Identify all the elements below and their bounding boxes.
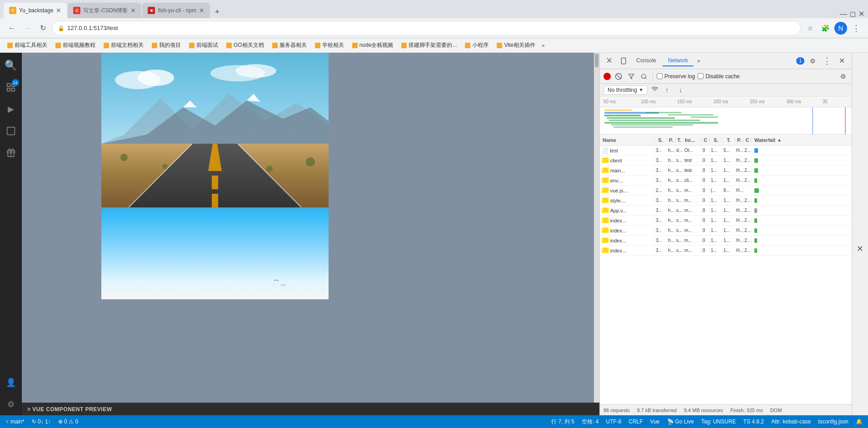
tab-network[interactable]: Network — [663, 55, 693, 66]
bookmark-my-project[interactable]: 我的项目 — [148, 40, 185, 50]
reload-button[interactable]: ↻ — [36, 22, 49, 35]
dom-label: DOM — [770, 408, 782, 413]
new-tab-button[interactable]: + — [211, 5, 224, 18]
maximize-button[interactable]: ◻ — [850, 10, 856, 18]
error-warning-status[interactable]: ⊗ 0 ⚠ 0 — [56, 418, 80, 425]
search-network-button[interactable] — [639, 71, 649, 81]
record-button[interactable] — [604, 73, 611, 80]
table-row[interactable]: JS index... 3... h... s... m... 0 1... 1… — [600, 246, 852, 256]
forward-button[interactable]: → — [21, 22, 34, 35]
back-button[interactable]: ← — [5, 22, 18, 35]
git-branch-status[interactable]: ⑂ main* — [4, 418, 26, 425]
table-row[interactable]: JS main... 3... h... s... test 0 1... 1.… — [600, 166, 852, 176]
tab-close-1[interactable]: ✕ — [56, 7, 61, 14]
bookmark-go-docs[interactable]: GO相关文档 — [223, 40, 268, 50]
ts-version-status[interactable]: TS 4.8.2 — [742, 418, 766, 425]
bookmark-node-full[interactable]: node全栈视频 — [349, 40, 397, 50]
tab-close-2[interactable]: ✕ — [130, 7, 136, 14]
extensions-button[interactable]: 🧩 — [819, 22, 832, 35]
bookmark-star-button[interactable]: ☆ — [803, 22, 816, 35]
search-icon-btn[interactable]: 🔍 — [0, 55, 22, 76]
bookmark-vite-plugins[interactable]: Vite相关插件 — [493, 40, 539, 50]
table-row[interactable]: JS vue.js... 2... h... s... m... 0 (... … — [600, 186, 852, 196]
bookmark-frontend-interview[interactable]: 前端面试 — [185, 40, 222, 50]
url-bar[interactable]: 🔒 127.0.0.1:5173/test — [52, 21, 801, 35]
table-row[interactable]: JS style.... 3... h... s... m... 0 1... … — [600, 196, 852, 206]
spaces-status[interactable]: 空格: 4 — [580, 418, 600, 426]
table-row[interactable]: JS App.v... 3... h... s... m... 0 1... 1… — [600, 206, 852, 216]
menu-button[interactable]: ⋮ — [850, 22, 863, 35]
timeline-header: 50 ms 100 ms 150 ms 200 ms 250 ms 300 ms… — [600, 96, 852, 107]
eol-status[interactable]: CRLF — [627, 418, 644, 425]
attr-status[interactable]: Attr: kebab-case — [769, 418, 813, 425]
bookmark-qianduan-tools[interactable]: 前端工具相关 — [4, 40, 51, 50]
table-row[interactable]: JS index... 3... h... s... m... 0 1... 1… — [600, 236, 852, 246]
page-viewport: > VUE COMPONENT PREVIEW Conso — [22, 53, 868, 415]
debug-icon-btn[interactable] — [0, 120, 22, 142]
bookmark-scaffold[interactable]: 搭建脚手架需要的... — [398, 40, 460, 50]
bookmark-qianduan-video[interactable]: 前端视频教程 — [52, 40, 99, 50]
run-icon-btn[interactable]: ▶ — [0, 98, 22, 120]
bookmark-miniprogram[interactable]: 小程序 — [461, 40, 492, 50]
account-icon-btn[interactable]: 👤 — [0, 372, 22, 393]
main-content-area: 🔍 24 ▶ 👤 ⚙ — [0, 53, 868, 415]
svg-marker-30 — [629, 74, 634, 79]
tab-console[interactable]: Console — [631, 55, 662, 66]
table-row[interactable]: JS index... 3... h... s... m... 0 1... 1… — [600, 216, 852, 226]
svg-point-13 — [235, 64, 276, 78]
profile-button[interactable]: N — [834, 22, 847, 35]
notification-icon[interactable]: 🔔 — [854, 418, 864, 425]
table-row[interactable]: 📄 test 3... h... d... Ot... 0 1... 5... — [600, 146, 852, 156]
settings-icon-btn[interactable]: ⚙ — [0, 393, 22, 415]
extensions-icon-btn[interactable] — [0, 142, 22, 164]
upload-icon[interactable]: ↑ — [662, 85, 672, 95]
bookmark-school[interactable]: 学校相关 — [311, 40, 348, 50]
devtools-more-btn[interactable]: » — [694, 56, 703, 66]
encoding-status[interactable]: UTF-8 — [604, 418, 623, 425]
bookmarks-more[interactable]: » — [540, 42, 547, 49]
devtools-device-icon[interactable] — [617, 55, 630, 67]
preview-scrollbar[interactable] — [594, 53, 599, 403]
table-row[interactable]: JS env.... 3... h... s... cli... 0 1... … — [600, 176, 852, 186]
bookmark-server[interactable]: 服务器相关 — [269, 40, 310, 50]
throttle-select[interactable]: No throttling ▼ — [604, 86, 648, 95]
svg-point-22 — [306, 157, 315, 166]
svg-rect-25 — [101, 208, 329, 299]
clear-button[interactable] — [614, 71, 624, 81]
tab-close-3[interactable]: ✕ — [199, 7, 205, 14]
close-window-button[interactable]: ✕ — [858, 10, 864, 18]
close-side-panel-button[interactable]: ✕ — [857, 244, 863, 415]
road-image-bottom — [101, 208, 329, 299]
disable-cache-checkbox[interactable]: Disable cache — [698, 73, 739, 80]
devtools-settings-gear[interactable]: ⚙ — [838, 71, 848, 81]
resources-size: 9.4 MB resources — [684, 408, 723, 413]
line-col-status[interactable]: 行 7, 列 5 — [549, 418, 576, 426]
svg-rect-0 — [7, 84, 10, 86]
explorer-icon-btn[interactable]: 24 — [0, 76, 22, 98]
devtools-inspect-icon[interactable] — [604, 55, 616, 67]
tab-csdn[interactable]: C 写文章-CSDN博客 ✕ — [68, 3, 141, 18]
devtools-settings-btn[interactable]: ⚙ — [806, 55, 819, 67]
filter-button[interactable] — [626, 71, 636, 81]
right-close-panel: ✕ — [852, 53, 868, 415]
go-live-status[interactable]: 📡 Go Live — [665, 418, 696, 425]
git-sync-status[interactable]: ↻ 0↓ 1↑ — [30, 418, 53, 425]
browser-window: Y Yu_backstage ✕ C 写文章-CSDN博客 ✕ ■ fish-y… — [0, 0, 868, 428]
language-status[interactable]: Vue — [649, 418, 662, 425]
devtools-kebab-btn[interactable]: ⋮ — [821, 55, 833, 67]
tsconfig-status[interactable]: tsconfig.json — [816, 418, 850, 425]
download-icon[interactable]: ↓ — [676, 85, 686, 95]
tab-yu-backstage[interactable]: Y Yu_backstage ✕ — [4, 3, 67, 18]
minimize-button[interactable]: — — [840, 10, 847, 18]
svg-rect-3 — [7, 88, 10, 91]
bookmark-qianduan-docs[interactable]: 前端文档相关 — [100, 40, 147, 50]
table-row[interactable]: JS index... 3... h... s... m... 0 1... 1… — [600, 226, 852, 236]
svg-point-23 — [162, 164, 168, 169]
table-row[interactable]: JS client 3... h... s... test 0 1... 1..… — [600, 156, 852, 166]
tab-npm[interactable]: ■ fish-yu-cli - npm ✕ — [142, 3, 210, 18]
tag-status[interactable]: Tag: UNSURE — [699, 418, 738, 425]
preserve-log-checkbox[interactable]: Preserve log — [657, 73, 695, 80]
devtools-close-btn[interactable]: ✕ — [835, 55, 848, 67]
svg-rect-39 — [609, 120, 700, 121]
vue-preview-area: > VUE COMPONENT PREVIEW — [22, 53, 599, 415]
